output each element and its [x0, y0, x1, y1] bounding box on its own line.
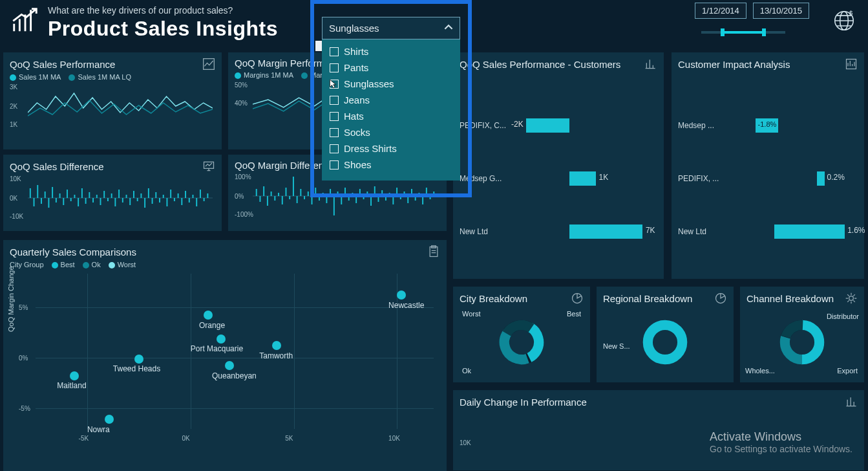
windows-activation-watermark: Activate Windows Go to Settings to activ… — [710, 430, 852, 454]
card-title: Customer Impact Analysis — [678, 59, 790, 70]
bar-chart-icon — [845, 395, 858, 408]
customer-row: Medsep G... 1K — [460, 170, 657, 187]
page-subtitle: What are the key drivers of our product … — [48, 5, 278, 16]
card-regional-breakdown[interactable]: Regional Breakdown New S... — [596, 286, 734, 383]
card-title: City Breakdown — [460, 293, 527, 304]
pie-icon — [571, 292, 584, 305]
checkbox-icon[interactable] — [330, 128, 339, 137]
card-title: QoQ Sales Difference — [10, 161, 104, 172]
svg-point-114 — [648, 325, 682, 359]
card-title: QoQ Sales Performance — [10, 59, 115, 70]
card-qoq-customers[interactable]: QoQ Sales Performance - Customers PEDIFI… — [452, 52, 664, 279]
chevron-up-icon — [444, 23, 453, 34]
dropdown-option[interactable]: Socks — [324, 124, 458, 140]
svg-point-115 — [849, 296, 854, 301]
date-to-field[interactable]: 13/10/2015 — [753, 3, 809, 19]
date-range-slider[interactable] — [695, 26, 792, 39]
product-dropdown-list: Shirts Pants Sunglasses Jeans Hats Socks… — [322, 39, 460, 181]
donut-chart: Worst Best Ok — [460, 307, 584, 377]
dropdown-option[interactable]: Pants — [324, 60, 458, 76]
card-title: Daily Change In Performance — [460, 397, 587, 408]
dropdown-option[interactable]: Shirts — [324, 43, 458, 60]
checkbox-icon[interactable] — [330, 96, 339, 105]
card-city-breakdown[interactable]: City Breakdown Worst Best Ok — [452, 286, 591, 383]
product-dropdown-highlight: Sunglasses Shirts Pants Sunglasses Jeans… — [310, 0, 472, 197]
card-quarterly[interactable]: Quarterly Sales Comparisons City Group B… — [3, 239, 447, 471]
dropdown-option[interactable]: Dress Shirts — [324, 140, 458, 157]
settings-icon — [845, 292, 858, 305]
impact-row: PEDIFIX, ... 0.2% — [678, 170, 858, 187]
checkbox-icon[interactable] — [330, 112, 339, 121]
chart-icon — [845, 58, 858, 71]
impact-row: Medsep ... -1.8% — [678, 117, 858, 134]
bar-growth-icon — [10, 5, 40, 38]
dropdown-option[interactable]: Sunglasses — [324, 76, 458, 92]
line-chart-icon — [202, 58, 215, 71]
card-qoq-sales-diff[interactable]: QoQ Sales Difference 10K 0K -10K — [3, 154, 222, 232]
card-title: Regional Breakdown — [603, 293, 692, 304]
checkbox-icon[interactable] — [330, 47, 339, 56]
dropdown-option[interactable]: Shoes — [324, 157, 458, 173]
customer-row: New Ltd 7K — [460, 223, 657, 240]
checkbox-icon[interactable] — [330, 80, 339, 89]
dropdown-option[interactable]: Jeans — [324, 92, 458, 108]
checkbox-icon[interactable] — [330, 63, 339, 72]
clipboard-icon — [427, 245, 440, 258]
bar-chart-icon — [644, 58, 657, 71]
impact-row: New Ltd 1.6% — [678, 223, 858, 240]
pie-icon — [714, 292, 727, 305]
diff-bars — [28, 175, 213, 221]
date-from-field[interactable]: 1/12/2014 — [695, 3, 746, 19]
card-title: Channel Breakdown — [746, 293, 834, 304]
svg-text:$: $ — [849, 9, 853, 16]
presentation-icon — [202, 160, 215, 173]
product-dropdown[interactable]: Sunglasses — [322, 17, 460, 39]
dropdown-option[interactable]: Hats — [324, 108, 458, 124]
sparkline — [28, 83, 213, 129]
card-channel-breakdown[interactable]: Channel Breakdown Distributor Wholes... … — [739, 286, 865, 383]
donut-chart: New S... — [603, 307, 727, 377]
globe-icon[interactable]: $ — [831, 7, 858, 34]
card-title: Quarterly Sales Comparisons — [10, 246, 136, 257]
customer-row: PEDIFIX, C... -2K — [460, 117, 657, 134]
checkbox-icon[interactable] — [330, 160, 339, 170]
card-customer-impact[interactable]: Customer Impact Analysis Medsep ... -1.8… — [671, 52, 865, 279]
card-qoq-sales[interactable]: QoQ Sales Performance Sales 1M MA Sales … — [3, 52, 222, 150]
checkbox-icon[interactable] — [330, 144, 339, 153]
dropdown-selected: Sunglasses — [329, 23, 379, 34]
card-title: QoQ Sales Performance - Customers — [460, 59, 620, 70]
donut-chart: Distributor Wholes... Export — [746, 307, 858, 377]
page-title: Product Sales Insights — [48, 17, 278, 41]
scatter-plot: QoQ Margin Change 5% 0% -5% -5K 0K 5K 10… — [10, 274, 440, 442]
